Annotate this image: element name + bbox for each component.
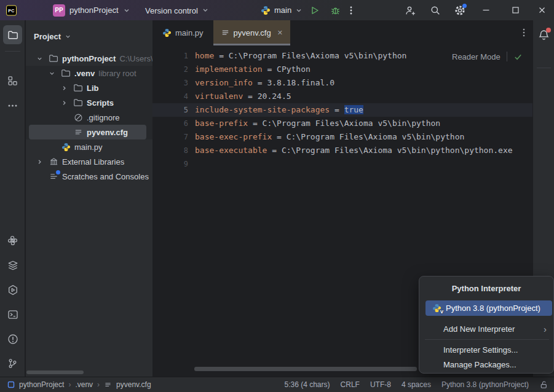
more-tool-windows-button[interactable] [3, 96, 22, 115]
problems-tool-button[interactable] [3, 329, 22, 348]
project-tree: pythonProject C:\Users\ .venv library ro… [26, 51, 152, 184]
editor-horizontal-scrollbar[interactable] [194, 367, 417, 371]
tree-item-scratches[interactable]: Scratches and Consoles [26, 169, 152, 184]
chevron-right-icon[interactable] [61, 85, 73, 92]
tree-item-venv[interactable]: .venv library root [26, 66, 152, 80]
version-control-tool-button[interactable] [3, 354, 22, 373]
breadcrumb-item-project[interactable]: pythonProject [19, 380, 64, 389]
menu-item-python-38[interactable]: v Python 3.8 (pythonProject) [425, 300, 552, 316]
status-caret-position[interactable]: 5:36 (4 chars) [285, 380, 330, 389]
code-line-current[interactable]: 5include-system-site-packages = true [152, 103, 532, 117]
scratches-badge [56, 170, 60, 174]
folder-icon [60, 68, 71, 78]
structure-tool-button[interactable] [3, 71, 22, 90]
code-line[interactable]: 9 [152, 157, 532, 171]
breadcrumb-item-venv[interactable]: .venv [75, 380, 93, 389]
code-with-me-icon[interactable] [405, 5, 416, 16]
code-line[interactable]: 4virtualenv = 20.24.5 [152, 90, 532, 103]
text-file-icon [221, 28, 230, 37]
tree-item-main-py[interactable]: main.py [26, 139, 152, 154]
inspections-ok-check-icon[interactable] [513, 52, 523, 61]
settings-gear-icon[interactable] [454, 5, 465, 16]
tab-label: pyvenv.cfg [234, 28, 271, 37]
terminal-tool-button[interactable] [3, 305, 22, 324]
project-panel: Project pythonProject C:\Users\ .venv li… [26, 20, 152, 377]
text-file-icon [73, 128, 84, 137]
scratches-icon [48, 172, 59, 181]
status-encoding[interactable]: UTF-8 [370, 380, 391, 389]
selected-text: true [344, 105, 363, 114]
window-close-button[interactable] [529, 0, 554, 20]
search-icon[interactable] [430, 5, 441, 16]
tab-options-icon[interactable] [523, 28, 525, 39]
code-line[interactable]: 7base-exec-prefix = C:\Program Files\Axi… [152, 130, 532, 144]
main-menu-icon[interactable] [30, 6, 41, 15]
tree-item-pythonproject[interactable]: pythonProject C:\Users\ [26, 51, 152, 66]
stripe-divider [5, 51, 20, 52]
run-configuration-widget[interactable]: main [261, 6, 303, 15]
pycharm-logo-icon: PC [6, 5, 17, 15]
services-tool-button[interactable] [3, 280, 22, 299]
stripe-divider [537, 68, 551, 68]
pycharm-window: PC PP pythonProject Version control main [0, 0, 554, 392]
window-minimize-button[interactable] [473, 0, 498, 20]
settings-notification-dot [462, 4, 467, 8]
ignored-file-icon [73, 113, 84, 122]
project-panel-horizontal-scrollbar[interactable] [26, 370, 84, 374]
chevron-down-icon [202, 7, 209, 14]
submenu-arrow-icon: › [544, 324, 547, 334]
breadcrumb-item-file[interactable]: pyvenv.cfg [116, 380, 151, 389]
notifications-bell-icon[interactable] [538, 29, 550, 41]
breadcrumb-separator: › [97, 380, 100, 389]
project-widget[interactable]: PP pythonProject [53, 4, 130, 17]
notification-badge [546, 28, 551, 33]
tree-item-external-libraries[interactable]: External Libraries [26, 154, 152, 169]
run-button[interactable] [310, 6, 320, 15]
chevron-down-icon[interactable] [36, 55, 48, 62]
tree-item-lib[interactable]: Lib [26, 80, 152, 95]
chevron-down-icon[interactable] [49, 70, 60, 77]
tab-main-py[interactable]: main.py [152, 20, 213, 45]
python-logo-icon [261, 6, 271, 15]
project-panel-title: Project [34, 32, 61, 41]
status-interpreter[interactable]: Python 3.8 (pythonProject) [441, 380, 529, 389]
tree-item-gitignore[interactable]: .gitignore [26, 110, 152, 125]
code-line[interactable]: 3version_info = 3.8.18.final.0 [152, 76, 532, 90]
code-line[interactable]: 6base-prefix = C:\Program Files\Axioma v… [152, 117, 532, 130]
chevron-right-icon[interactable] [36, 159, 48, 165]
project-tool-button[interactable] [3, 25, 22, 44]
status-widgets: 5:36 (4 chars) CRLF UTF-8 4 spaces Pytho… [285, 380, 554, 390]
menu-item-add-new-interpreter[interactable]: Add New Interpreter › [419, 321, 553, 336]
status-line-endings[interactable]: CRLF [341, 380, 360, 389]
unlocked-icon[interactable] [539, 380, 548, 390]
python-interpreter-popup: Python Interpreter v Python 3.8 (pythonP… [419, 276, 554, 374]
version-control-label: Version control [145, 6, 198, 15]
tab-close-icon[interactable]: ✕ [277, 29, 283, 37]
project-panel-header[interactable]: Project [26, 28, 152, 45]
left-tool-stripe [0, 20, 25, 377]
version-control-widget[interactable]: Version control [145, 6, 209, 15]
menu-item-interpreter-settings[interactable]: Interpreter Settings... [419, 342, 553, 357]
python-console-tool-button[interactable] [3, 231, 22, 250]
tab-pyvenv-cfg[interactable]: pyvenv.cfg ✕ [213, 20, 290, 45]
more-actions-icon[interactable] [350, 6, 352, 15]
python-packages-tool-button[interactable] [3, 256, 22, 275]
project-icon [7, 381, 15, 388]
breadcrumb: pythonProject › .venv › pyvenv.cfg [0, 380, 151, 389]
tree-item-scripts[interactable]: Scripts [26, 95, 152, 110]
chevron-right-icon[interactable] [61, 100, 73, 106]
run-config-name: main [274, 6, 291, 15]
reader-mode-widget[interactable]: Reader Mode [452, 52, 523, 61]
status-indent[interactable]: 4 spaces [402, 380, 431, 389]
code-line[interactable]: 8base-executable = C:\Program Files\Axio… [152, 144, 532, 157]
tree-item-pyvenv-cfg[interactable]: pyvenv.cfg [26, 125, 152, 139]
editor-tab-bar: main.py pyvenv.cfg ✕ [152, 20, 532, 45]
menu-item-label: Interpreter Settings... [443, 345, 518, 355]
debug-button[interactable] [330, 5, 341, 15]
code-line[interactable]: 2implementation = CPython [152, 63, 532, 76]
python-file-icon [162, 28, 172, 37]
menu-item-label: Add New Interpreter [443, 324, 515, 334]
window-maximize-button[interactable] [503, 0, 528, 20]
title-bar: PC PP pythonProject Version control main [0, 0, 554, 20]
menu-item-manage-packages[interactable]: Manage Packages... [419, 357, 553, 372]
